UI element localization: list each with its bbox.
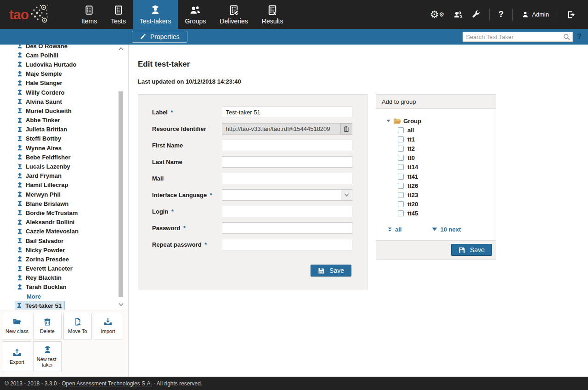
nav-tab-test-takers[interactable]: Test-takers [133,0,178,29]
tree-item[interactable]: Merwyn Phil [17,190,128,199]
move-to-button[interactable]: Move To [63,313,92,339]
label-field[interactable] [222,107,352,118]
tree-item-selected[interactable]: Test-taker 51 [15,301,65,309]
tree-item[interactable]: Blane Brislawn [17,199,128,208]
footer-copyright: © 2013 - 2018 - 3.3.0 - [5,380,62,387]
nav-tab-items[interactable]: Items [74,0,104,29]
last-name-field[interactable] [222,156,352,168]
nav-tab-tests[interactable]: Tests [104,0,133,29]
password-field[interactable] [222,222,352,234]
tree-more-link[interactable]: More [17,292,128,301]
tree-item[interactable]: Des O Rowane [17,45,128,51]
pencil-icon [140,34,146,40]
group-option-tt2[interactable]: tt2 [398,144,491,153]
checkbox[interactable] [398,174,404,180]
tree-item[interactable]: Rey Blacktin [17,273,128,283]
group-root-node[interactable]: Group [386,116,491,125]
form-row-repeat-password: Repeat password * [152,239,352,250]
tree-item[interactable]: Lucais Lazenby [17,162,128,171]
repeat-password-field[interactable] [222,239,352,250]
tree-item[interactable]: Muriel Duckwith [17,106,128,115]
form-save-button[interactable]: Save [311,265,351,277]
group-option-tt1[interactable]: tt1 [398,135,491,144]
wrench-icon[interactable] [472,10,481,19]
group-option-tt23[interactable]: tt23 [398,190,491,199]
user-management-icon[interactable] [453,10,463,19]
tree-item[interactable]: Jard Fryman [17,171,128,181]
checkbox[interactable] [398,201,404,207]
tree-item[interactable]: Bordie McTrustam [17,208,128,217]
checkbox[interactable] [398,136,404,142]
group-option-tt41[interactable]: tt41 [398,172,491,181]
copy-to-clipboard-button[interactable] [340,123,352,135]
scrollbar-thumb[interactable] [119,91,123,297]
tree-item[interactable]: Aleksandr Bollini [17,218,128,227]
new-class-button[interactable]: New class [3,313,31,339]
load-all-link[interactable]: all [387,226,401,233]
tree-item[interactable]: Nicky Powder [17,245,128,254]
interface-language-select[interactable] [222,189,352,201]
tree-scrollbar[interactable] [118,45,124,308]
properties-button[interactable]: Properties [132,31,187,43]
tao-logo[interactable]: tao [0,0,55,29]
group-save-button[interactable]: Save [451,244,492,256]
logout-icon[interactable] [567,10,576,19]
login-field[interactable] [222,206,352,217]
group-option-tt14[interactable]: tt14 [398,163,491,172]
scroll-down-icon[interactable] [118,302,124,308]
tree-item[interactable]: Hale Stanger [17,79,128,88]
search-input[interactable] [463,34,563,40]
new-test-taker-button[interactable]: New test-taker [33,341,62,372]
group-option-all[interactable]: all [398,125,491,135]
mail-field[interactable] [222,173,352,184]
footer-company-link[interactable]: Open Assessment Technologies S.A. [62,380,152,387]
tree-item[interactable]: Cazzie Matevosian [17,227,128,236]
group-option-tt20[interactable]: tt20 [398,200,491,209]
import-button[interactable]: Import [94,313,122,339]
tree-item[interactable]: Bail Salvador [17,236,128,245]
group-option-tt45[interactable]: tt45 [398,209,491,218]
nav-tab-groups[interactable]: Groups [178,0,213,29]
tree-item[interactable]: Hamil Lillecrap [17,181,128,190]
user-account-menu[interactable]: Admin [521,11,549,18]
tree-item[interactable]: Julieta Brittian [17,125,128,134]
checkbox[interactable] [398,127,404,133]
tree-item-label: Julieta Brittian [26,126,67,133]
help-icon[interactable]: ? [498,10,503,19]
tree-item[interactable]: Willy Cordero [17,88,128,97]
settings-gears-icon[interactable]: ⚙⚙ [430,10,444,20]
checkbox[interactable] [398,164,404,170]
tree-item[interactable]: Maje Semple [17,69,128,79]
load-all-label: all [395,226,401,233]
checkbox[interactable] [398,210,404,216]
tree-item[interactable]: Steffi Bottby [17,134,128,143]
group-option-tt0[interactable]: tt0 [398,153,491,163]
first-name-field[interactable] [222,140,352,151]
delete-button[interactable]: Delete [33,313,62,339]
tree-list: Des O RowaneCam PolhillLudovika HurtadoM… [17,45,128,310]
checkbox[interactable] [398,155,404,161]
scroll-up-icon[interactable] [118,45,124,51]
tree-item[interactable]: Ludovika Hurtado [17,60,128,69]
tree-item[interactable]: Bebe Feldfisher [17,153,128,162]
checkbox[interactable] [398,192,404,198]
load-next-link[interactable]: 10 next [432,226,461,233]
add-to-group-title: Add to group [376,95,496,109]
tree-item[interactable]: Cam Polhill [17,51,128,60]
tree-item-label: Rey Blacktin [26,274,62,281]
tree-item[interactable]: Tarah Bucklan [17,283,128,292]
nav-tab-results[interactable]: Results [255,0,290,29]
tree-item[interactable]: Everett Lanceter [17,264,128,273]
search-icon[interactable] [563,33,572,41]
checkbox[interactable] [398,183,404,189]
tree-item[interactable]: Wynne Aires [17,143,128,153]
checkbox[interactable] [398,146,404,152]
tree-item[interactable]: Alvina Saunt [17,97,128,106]
group-option-tt26[interactable]: tt26 [398,181,491,190]
caret-down-icon[interactable] [386,119,390,123]
export-button[interactable]: Export [3,341,31,372]
search-help-icon[interactable]: ? [577,33,582,41]
nav-tab-deliveries[interactable]: Deliveries [213,0,254,29]
tree-item[interactable]: Abbe Tinker [17,116,128,125]
tree-item[interactable]: Zorina Presdee [17,254,128,264]
